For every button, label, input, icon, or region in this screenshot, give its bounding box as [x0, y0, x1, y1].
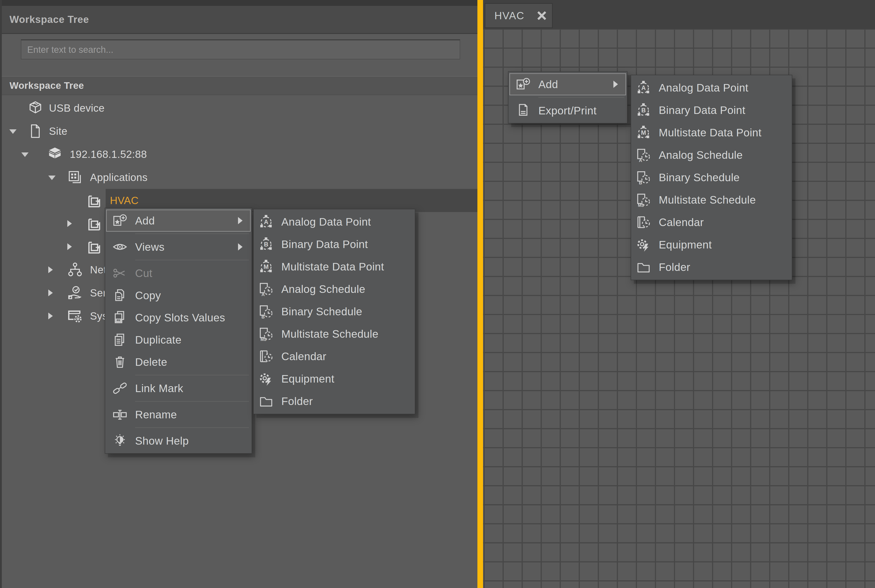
binary-data-point-icon	[636, 103, 651, 118]
menu-item-copy[interactable]: Copy	[106, 284, 251, 306]
menu-item-binary-schedule[interactable]: Binary Schedule	[254, 300, 414, 323]
folder-icon	[259, 394, 274, 409]
menu-item-label: Link Mark	[135, 382, 183, 394]
menu-item-link-mark[interactable]: Link Mark	[106, 377, 251, 399]
expand-arrow-icon[interactable]	[67, 220, 72, 227]
menu-separator	[106, 399, 251, 404]
folder-icon	[636, 260, 651, 275]
menu-item-binary-data-point[interactable]: Binary Data Point	[254, 233, 414, 255]
menu-item-folder[interactable]: Folder	[254, 390, 414, 412]
menu-item-multistate-schedule[interactable]: Multistate Schedule	[254, 323, 414, 345]
menu-item-add[interactable]: Add	[106, 210, 251, 232]
menu-item-analog-data-point[interactable]: Analog Data Point	[632, 76, 791, 99]
menu-item-rename[interactable]: Rename	[106, 404, 251, 426]
tree-section-header: Workspace Tree	[2, 76, 477, 95]
binary-schedule-icon	[636, 170, 651, 185]
menu-item-calendar[interactable]: Calendar	[254, 345, 414, 368]
menu-item-label: Analog Data Point	[281, 216, 371, 228]
menu-item-export-print[interactable]: Export/Print	[510, 99, 626, 122]
expand-arrow-icon[interactable]	[67, 243, 72, 250]
menu-item-label: Binary Data Point	[659, 104, 745, 116]
tree-item-192-168-1-52-88[interactable]: 192.168.1.52:88	[2, 143, 479, 166]
menu-item-equipment[interactable]: Equipment	[254, 368, 414, 390]
menu-item-add[interactable]: Add	[510, 73, 626, 95]
menu-item-label: Duplicate	[135, 334, 182, 346]
menu-item-views[interactable]: Views	[106, 236, 251, 258]
menu-item-analog-schedule[interactable]: Analog Schedule	[632, 144, 791, 166]
add-icon	[516, 77, 531, 92]
tab-hvac[interactable]: HVAC	[485, 3, 553, 28]
menu-item-folder[interactable]: Folder	[632, 256, 791, 278]
menu-item-multistate-data-point[interactable]: Multistate Data Point	[254, 255, 414, 278]
analog-data-point-icon	[636, 80, 651, 95]
analog-schedule-icon	[636, 148, 651, 163]
menu-item-label: Multistate Data Point	[281, 261, 384, 273]
tree-item-usb-device[interactable]: USB device	[2, 96, 479, 120]
menu-item-label: Add	[538, 78, 558, 91]
trash-icon	[113, 354, 128, 369]
scissors-icon	[113, 266, 128, 280]
system-icon	[67, 308, 83, 324]
menu-item-label: Delete	[135, 356, 167, 368]
collapse-arrow-icon[interactable]	[9, 129, 17, 134]
menu-item-label: Multistate Data Point	[659, 126, 761, 139]
menu-item-label: Calendar	[281, 350, 326, 363]
expand-arrow-icon[interactable]	[48, 290, 53, 296]
menu-item-label: Views	[135, 241, 165, 253]
close-icon[interactable]	[536, 10, 547, 21]
menu-item-label: Multistate Schedule	[281, 328, 378, 340]
menu-item-copy-slots-values[interactable]: Copy Slots Values	[106, 306, 251, 328]
menu-item-duplicate[interactable]: Duplicate	[106, 328, 251, 351]
search-input[interactable]	[21, 39, 460, 59]
menu-item-delete[interactable]: Delete	[106, 351, 251, 373]
duplicate-icon	[113, 332, 128, 347]
tab-label: HVAC	[495, 9, 524, 22]
menu-item-equipment[interactable]: Equipment	[632, 234, 791, 256]
application-icon	[87, 193, 103, 208]
application-icon	[87, 239, 103, 254]
analog-schedule-icon	[259, 282, 274, 297]
menu-item-label: Cut	[135, 267, 152, 279]
menu-item-label: Copy	[135, 289, 161, 302]
menu-item-multistate-data-point[interactable]: Multistate Data Point	[632, 122, 791, 144]
copy-icon	[113, 288, 128, 303]
tree-item-label: Ser	[90, 281, 107, 304]
multistate-schedule-icon	[636, 192, 651, 207]
collapse-arrow-icon[interactable]	[21, 152, 29, 157]
submenu-arrow-icon	[238, 217, 242, 224]
multistate-data-point-icon	[259, 260, 274, 274]
menu-item-label: Copy Slots Values	[135, 312, 225, 324]
network-icon	[67, 262, 83, 278]
menu-item-binary-data-point[interactable]: Binary Data Point	[632, 99, 791, 122]
menu-separator	[106, 426, 251, 430]
expand-arrow-icon[interactable]	[48, 266, 53, 273]
menu-item-label: Multistate Schedule	[659, 194, 756, 206]
expand-arrow-icon[interactable]	[48, 313, 53, 320]
submenu-arrow-icon	[238, 243, 242, 250]
menu-item-analog-schedule[interactable]: Analog Schedule	[254, 278, 414, 300]
lightbulb-icon	[113, 433, 128, 448]
menu-separator	[106, 258, 251, 262]
menu-item-label: Analog Schedule	[659, 149, 743, 161]
menu-item-calendar[interactable]: Calendar	[632, 211, 791, 234]
tree-item-label: USB device	[49, 96, 105, 120]
panel-splitter[interactable]	[477, 0, 483, 588]
menu-item-cut: Cut	[106, 262, 251, 284]
menu-item-multistate-schedule[interactable]: Multistate Schedule	[632, 189, 791, 211]
tree-item-label: 192.168.1.52:88	[70, 143, 147, 166]
tree-item-site[interactable]: Site	[2, 120, 479, 143]
services-icon	[67, 285, 83, 301]
menu-item-show-help[interactable]: Show Help	[106, 430, 251, 452]
binary-data-point-icon	[259, 237, 274, 252]
hvac-context-menu: AddViewsCutCopyCopy Slots ValuesDuplicat…	[105, 208, 252, 454]
ismatool-window: 123	[0, 0, 875, 588]
menu-item-label: Calendar	[659, 216, 704, 228]
collapse-arrow-icon[interactable]	[48, 176, 56, 180]
add-submenu: Analog Data PointBinary Data PointMultis…	[253, 209, 415, 414]
menu-item-analog-data-point[interactable]: Analog Data Point	[254, 211, 414, 233]
controller-icon	[47, 147, 63, 162]
menu-item-label: Equipment	[281, 373, 334, 385]
link-icon	[113, 381, 128, 396]
menu-item-binary-schedule[interactable]: Binary Schedule	[632, 166, 791, 189]
tree-item-applications[interactable]: Applications	[2, 166, 479, 189]
